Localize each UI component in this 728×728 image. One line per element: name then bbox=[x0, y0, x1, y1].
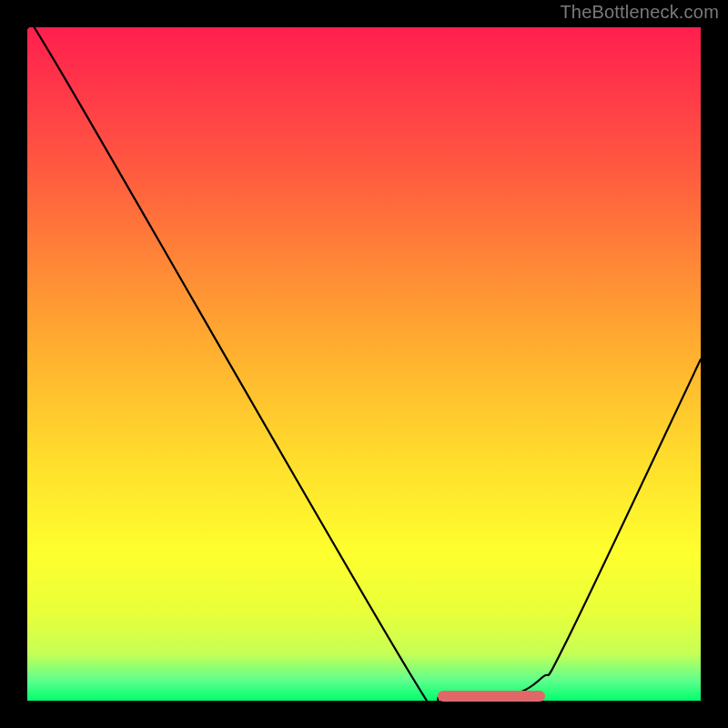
watermark-text: TheBottleneck.com bbox=[560, 2, 719, 23]
plot-area bbox=[27, 27, 701, 701]
optimal-range-marker bbox=[438, 691, 545, 702]
bottleneck-curve bbox=[27, 27, 701, 701]
chart-container: TheBottleneck.com bbox=[0, 0, 728, 728]
